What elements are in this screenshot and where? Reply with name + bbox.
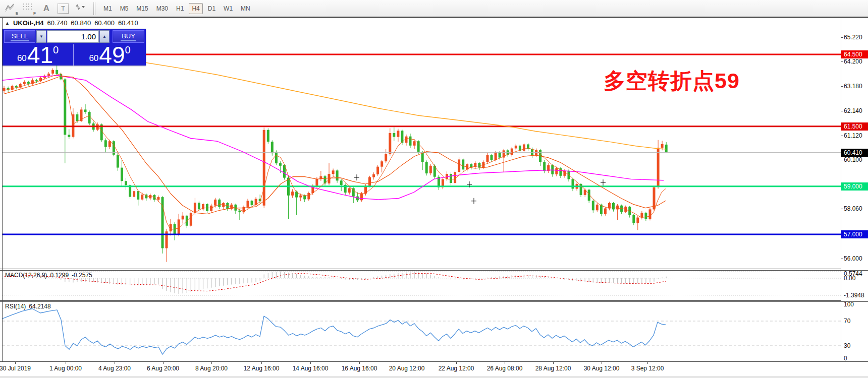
collapse-icon[interactable]: ▲ (5, 21, 10, 26)
sell-price[interactable]: 60 41 0 (3, 44, 73, 66)
ohlc-high: 60.840 (71, 19, 91, 27)
price-tick-label: 65.220 (844, 34, 862, 41)
time-tick (261, 362, 262, 364)
buy-price-big: 49 (99, 45, 125, 65)
timeframe-d1[interactable]: D1 (205, 3, 219, 14)
grid-icon[interactable]: F (22, 3, 35, 15)
timeframe-buttons: M1M5M15M30H1H4D1W1MN (99, 3, 254, 14)
volume-input[interactable] (47, 30, 99, 43)
time-tick (407, 362, 407, 364)
toolbar-border (0, 17, 868, 18)
time-tick (310, 362, 311, 364)
time-label: 22 Aug 12:00 (439, 365, 474, 372)
text-a-icon[interactable]: A (40, 3, 53, 15)
rsi-chart (0, 301, 868, 361)
macd-axis-label: 0.00 (844, 275, 855, 282)
time-label: 30 Aug 12:00 (584, 365, 620, 372)
current-price-badge: 60.410 (841, 149, 868, 157)
macd-panel[interactable] (0, 270, 868, 301)
window-bottom-strip (0, 376, 868, 378)
time-label: 6 Aug 20:00 (147, 365, 179, 372)
time-label: 8 Aug 20:00 (195, 365, 228, 372)
timeframe-m30[interactable]: M30 (153, 3, 171, 14)
spin-down-icon: ▼ (39, 34, 43, 39)
arrange-icon[interactable] (73, 3, 86, 15)
macd-chart (0, 270, 868, 301)
time-tick (359, 362, 360, 364)
toolbar-separator (93, 3, 95, 15)
macd-name: MACD(12,26,9) (5, 272, 47, 279)
volume-increase-button[interactable]: ▲ (99, 30, 110, 43)
timeframe-m1[interactable]: M1 (100, 3, 115, 14)
time-tick (553, 362, 554, 364)
ohlc-close: 60.410 (118, 19, 138, 27)
spin-up-icon: ▲ (102, 34, 106, 39)
rsi-panel[interactable] (0, 301, 868, 361)
mt4-window: E F A T M1M5M15M30H1H4D1W1MN ▲ UKOil-,H4… (0, 0, 868, 378)
chart-annotation: 多空转折点59 (604, 67, 740, 96)
sell-price-prefix: 60 (17, 53, 27, 64)
price-tick-label: 62.140 (844, 107, 862, 114)
time-label: 4 Aug 23:00 (98, 365, 131, 372)
ohlc-low: 60.400 (94, 19, 115, 27)
time-tick (505, 362, 505, 364)
time-tick (66, 362, 66, 364)
time-label: 30 Jul 2019 (0, 365, 31, 372)
sell-button[interactable]: SELL (4, 30, 35, 43)
chart-left-border (2, 18, 3, 361)
time-tick (456, 362, 457, 364)
textbox-icon[interactable]: T (58, 4, 69, 14)
symbol-label: UKOil-,H4 (13, 19, 44, 27)
time-tick (163, 362, 164, 364)
time-tick (602, 362, 602, 364)
ohlc-open: 60.740 (47, 19, 68, 27)
timeframe-h4[interactable]: H4 (189, 3, 202, 14)
time-tick (647, 362, 648, 364)
chart-title: ▲ UKOil-,H4 60.740 60.840 60.400 60.410 (5, 19, 138, 27)
toolbar: E F A T M1M5M15M30H1H4D1W1MN (0, 0, 868, 17)
timeframe-mn[interactable]: MN (238, 3, 253, 14)
time-label: 12 Aug 16:00 (244, 365, 280, 372)
price-tick-label: 63.180 (844, 83, 862, 90)
buy-button[interactable]: BUY (113, 30, 144, 43)
sell-price-sup: 0 (53, 44, 59, 56)
panel-separator-2b (0, 301, 868, 302)
time-label: 3 Sep 12:00 (631, 365, 664, 372)
sell-price-big: 41 (27, 45, 53, 65)
time-label: 1 Aug 00:00 (49, 365, 82, 372)
time-label: 14 Aug 16:00 (293, 365, 329, 372)
price-tick-label: 64.200 (844, 58, 862, 65)
time-label: 28 Aug 12:00 (535, 365, 571, 372)
timeframe-w1[interactable]: W1 (221, 3, 236, 14)
macd-signal-value: -0.2575 (72, 272, 92, 279)
time-label: 16 Aug 16:00 (342, 365, 377, 372)
price-tick-label: 60.100 (844, 156, 862, 163)
panel-separator-1b (0, 270, 868, 271)
level-badge: 64.500 (841, 50, 868, 58)
time-tick (15, 362, 16, 364)
panel-separator-1a (0, 269, 841, 269)
volume-decrease-button[interactable]: ▼ (36, 30, 46, 43)
rsi-axis-label: 100 (844, 301, 854, 308)
timeframe-h1[interactable]: H1 (173, 3, 187, 14)
rsi-label: RSI(14) 64.2148 (5, 303, 51, 310)
level-badge: 61.500 (841, 122, 868, 131)
time-label: 20 Aug 12:00 (389, 365, 425, 372)
rsi-axis-label: 0 (844, 355, 847, 362)
time-axis-border (0, 361, 868, 362)
macd-label: MACD(12,26,9) 0.1299 -0.2575 (5, 272, 92, 279)
rsi-value: 64.2148 (29, 303, 50, 310)
time-axis: 30 Jul 20191 Aug 00:004 Aug 23:006 Aug 2… (0, 362, 868, 376)
time-tick (115, 362, 115, 364)
macd-main-value: 0.1299 (50, 272, 69, 279)
timeframe-m15[interactable]: M15 (133, 3, 151, 14)
level-badge: 59.000 (841, 182, 868, 191)
time-label: 26 Aug 08:00 (487, 365, 523, 372)
rsi-axis-label: 30 (844, 342, 850, 349)
buy-price-sup: 0 (125, 44, 130, 56)
indicators-icon[interactable]: E (5, 3, 18, 15)
timeframe-m5[interactable]: M5 (117, 3, 132, 14)
macd-axis-label: -1.3948 (844, 292, 864, 299)
buy-price-prefix: 60 (89, 53, 98, 64)
buy-price[interactable]: 60 49 0 (74, 44, 146, 66)
